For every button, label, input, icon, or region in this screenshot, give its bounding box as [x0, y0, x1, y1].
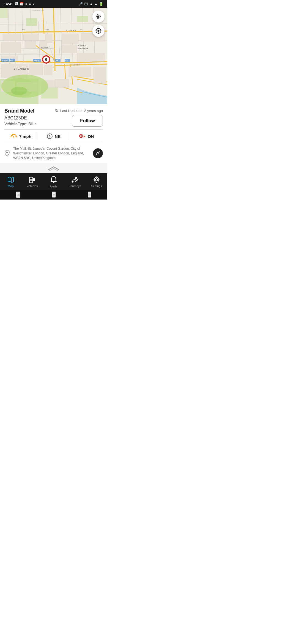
journeys-nav-icon: [72, 176, 79, 183]
svg-marker-75: [49, 136, 51, 138]
svg-point-61: [97, 17, 99, 19]
svg-rect-28: [77, 16, 88, 22]
locate-icon: [95, 28, 101, 34]
follow-button[interactable]: Follow: [72, 115, 103, 127]
svg-text:* London: * London: [72, 64, 80, 66]
map-controls: [92, 10, 105, 37]
svg-point-25: [11, 87, 28, 95]
nav-label-journeys: Journeys: [69, 184, 81, 188]
nav-label-settings: Settings: [91, 184, 102, 188]
vehicles-nav-icon: [29, 176, 36, 183]
svg-text:© OpenMapTiles: © OpenMapTiles: [32, 10, 44, 11]
svg-text:6: 6: [45, 57, 47, 62]
system-nav-bar: ◀ ● ■: [0, 190, 107, 200]
dots-icon: ⁝⁝: [25, 2, 27, 6]
home-button[interactable]: ●: [52, 192, 56, 198]
map-container[interactable]: A40 A40 A40 A400 COVENT GARDEN ST GILES …: [0, 8, 107, 104]
panel-handle[interactable]: [0, 163, 107, 173]
svg-text:A4201: A4201: [34, 60, 39, 62]
svg-point-77: [80, 135, 82, 137]
location-address: The Mall, St. James's, Covent Garden, Ci…: [13, 146, 91, 160]
bottom-nav: Map Vehicles Alerts Journeys: [0, 173, 107, 190]
svg-text:ST. JAMES'S: ST. JAMES'S: [14, 67, 29, 70]
speed-stat: 7 mph: [4, 133, 37, 140]
last-updated-value: 2 years ago: [84, 109, 103, 113]
compass-icon: [47, 133, 53, 139]
nav-item-alerts[interactable]: Alerts: [43, 176, 64, 188]
svg-text:ST GILES: ST GILES: [66, 29, 76, 32]
chevron-handle-icon: [48, 165, 60, 171]
vehicle-header: Brand Model ↻ Last Updated: 2 years ago: [4, 108, 103, 114]
svg-rect-27: [0, 8, 8, 18]
svg-text:A4: A4: [56, 60, 58, 62]
svg-text:A40: A40: [22, 29, 26, 31]
stats-row: 7 mph NE ON: [4, 129, 103, 143]
svg-point-63: [98, 30, 100, 32]
svg-rect-14: [77, 53, 105, 61]
svg-text:A4: A4: [65, 60, 68, 62]
key-icon: [79, 134, 86, 139]
locate-button[interactable]: [92, 25, 105, 37]
svg-text:A40: A40: [45, 29, 49, 31]
speedometer-icon: [10, 133, 17, 140]
svg-rect-18: [69, 67, 91, 77]
svg-point-59: [97, 15, 98, 16]
back-button[interactable]: ◀: [16, 192, 20, 198]
settings-nav-icon: [93, 176, 100, 183]
status-right: 🎤 📳 ▲ ▲ 🔋: [78, 2, 103, 6]
last-updated-label: Last Updated:: [60, 109, 82, 113]
battery-icon: 🔋: [99, 2, 103, 6]
filter-icon: [95, 13, 101, 20]
svg-rect-91: [29, 180, 33, 183]
filter-button[interactable]: [92, 10, 105, 23]
nav-item-map[interactable]: Map: [0, 176, 21, 188]
vehicle-type: Vehicle Type: Bike: [4, 122, 36, 126]
speed-value: 7 mph: [19, 134, 31, 139]
svg-rect-8: [25, 41, 36, 48]
vehicle-info-row: ABC123DE Vehicle Type: Bike Follow: [4, 115, 103, 127]
vehicle-details: ABC123DE Vehicle Type: Bike: [4, 116, 36, 126]
svg-text:GARDEN: GARDEN: [78, 47, 88, 50]
svg-marker-83: [8, 177, 13, 182]
svg-text:COVENT: COVENT: [78, 44, 87, 47]
location-pin-icon: [4, 150, 10, 157]
svg-text:A4201: A4201: [2, 59, 8, 61]
nav-label-map: Map: [8, 184, 13, 188]
vehicle-info-panel: Brand Model ↻ Last Updated: 2 years ago …: [0, 104, 107, 163]
svg-rect-5: [23, 34, 38, 40]
map-svg: A40 A40 A40 A400 COVENT GARDEN ST GILES …: [0, 8, 107, 104]
svg-text:A40: A40: [80, 29, 83, 31]
svg-point-69: [13, 137, 14, 138]
svg-point-81: [6, 152, 8, 153]
svg-rect-23: [55, 79, 69, 88]
refresh-icon: ↻: [55, 108, 59, 113]
turn-arrow-icon: [95, 151, 100, 156]
nav-item-journeys[interactable]: Journeys: [64, 176, 86, 188]
recent-button[interactable]: ■: [88, 192, 92, 198]
nav-item-settings[interactable]: Settings: [86, 176, 107, 188]
nav-label-alerts: Alerts: [50, 185, 57, 188]
nav-label-vehicles: Vehicles: [27, 184, 38, 188]
map-nav-icon: [7, 176, 14, 183]
alerts-nav-icon: [50, 176, 57, 184]
calendar-icon: 📅: [20, 2, 24, 6]
svg-text:SOHO: SOHO: [41, 47, 48, 49]
direction-value: NE: [55, 134, 61, 139]
nav-item-vehicles[interactable]: Vehicles: [21, 176, 43, 188]
image-icon: 🖼: [15, 2, 18, 6]
map-marker: 6: [41, 52, 51, 58]
svg-point-94: [95, 179, 98, 181]
svg-rect-16: [29, 64, 43, 75]
vibrate-icon: 📳: [84, 2, 88, 6]
last-updated: ↻ Last Updated: 2 years ago: [55, 108, 103, 113]
status-bar: 14:41 🖼 📅 ⁝⁝ ⊙ • 🎤 📳 ▲ ▲ 🔋: [0, 0, 107, 8]
svg-point-24: [1, 75, 48, 98]
dot-icon: •: [33, 2, 34, 6]
time-display: 14:41: [4, 2, 13, 6]
svg-rect-7: [1, 42, 21, 53]
svg-rect-10: [62, 34, 78, 43]
navigate-button[interactable]: [93, 148, 103, 158]
svg-rect-4: [3, 34, 21, 41]
wifi-icon: ▲: [89, 2, 93, 6]
vehicle-plate: ABC123DE: [4, 116, 36, 121]
